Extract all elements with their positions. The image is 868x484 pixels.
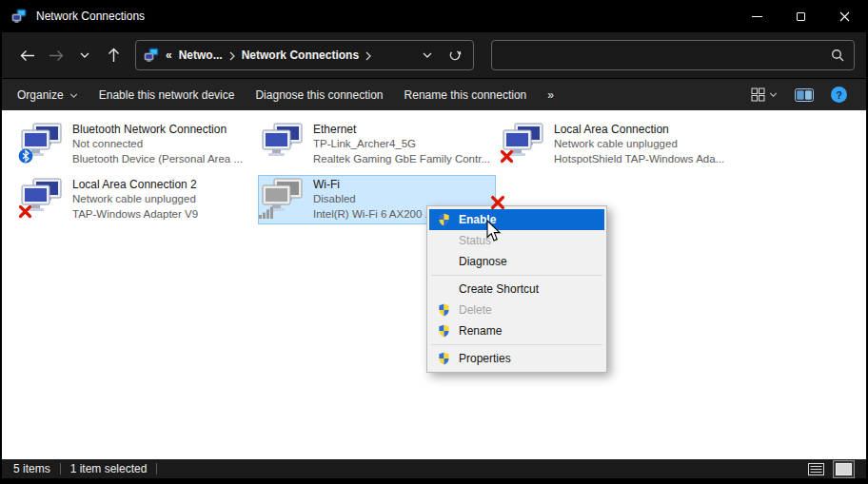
minimize-button[interactable] (735, 0, 779, 32)
red-x-icon (18, 204, 32, 219)
window-controls (735, 0, 866, 32)
connection-device: TAP-Windows Adapter V9 (72, 207, 198, 223)
connection-name: Local Area Connection 2 (72, 177, 198, 192)
chevron-down-icon (69, 93, 78, 98)
forward-icon (49, 49, 64, 62)
titlebar: Network Connections (2, 0, 866, 32)
diagnose-connection-button[interactable]: Diagnose this connection (255, 88, 383, 102)
forward-button[interactable] (42, 41, 70, 69)
refresh-icon (448, 48, 462, 62)
uac-shield-icon (436, 324, 451, 338)
network-adapter-icon (503, 123, 545, 163)
maximize-icon (797, 12, 805, 21)
menu-item-create-shortcut[interactable]: Create Shortcut (429, 279, 604, 300)
menu-item-properties[interactable]: Properties (429, 348, 604, 369)
window: Network Connections « Netwo... (0, 0, 868, 484)
close-icon (839, 11, 850, 22)
rename-connection-button[interactable]: Rename this connection (404, 88, 527, 102)
menu-item-status: Status (429, 230, 604, 251)
items-count: 5 items (13, 462, 50, 475)
enable-device-button[interactable]: Enable this network device (99, 88, 235, 102)
uac-shield-icon (436, 352, 451, 365)
search-input[interactable] (502, 48, 831, 62)
breadcrumb-root[interactable]: Netwo... (179, 48, 223, 62)
details-view-icon (808, 463, 824, 475)
connection-status: Disabled (313, 192, 434, 207)
connection-device: Bluetooth Device (Personal Area ... (72, 152, 243, 167)
up-icon (108, 48, 120, 63)
thumbnail-view-icon (836, 463, 852, 475)
breadcrumb-overflow[interactable]: « (166, 48, 172, 62)
location-icon (144, 48, 159, 63)
connection-item-local-area[interactable]: Local Area Connection Network cable unpl… (499, 120, 737, 169)
chevron-down-icon (423, 52, 432, 58)
connection-device: Intel(R) Wi-Fi 6 AX200 ... (313, 207, 434, 223)
refresh-button[interactable] (444, 44, 465, 67)
search-box (491, 40, 855, 70)
icons-view-button[interactable] (833, 460, 855, 478)
back-button[interactable] (13, 41, 42, 69)
network-adapter-icon (262, 123, 305, 163)
file-list-area: Bluetooth Network Connection Not connect… (2, 110, 866, 459)
view-grid-icon (751, 87, 765, 102)
organize-button[interactable]: Organize (17, 88, 78, 102)
menu-item-label: Delete (459, 303, 492, 317)
menu-item-rename[interactable]: Rename (429, 320, 604, 341)
up-button[interactable] (99, 41, 128, 69)
breadcrumb-current[interactable]: Network Connections (242, 48, 359, 62)
connection-name: Local Area Connection (554, 122, 724, 137)
preview-pane-icon (795, 88, 814, 102)
close-button[interactable] (822, 0, 866, 32)
address-dropdown-button[interactable] (417, 44, 438, 67)
connection-device: Realtek Gaming GbE Family Contr... (313, 152, 490, 167)
network-adapter-icon (21, 123, 64, 163)
back-icon (20, 49, 35, 62)
maximize-button[interactable] (779, 0, 822, 32)
uac-shield-icon (436, 303, 451, 317)
navigation-bar: « Netwo... Network Connections (2, 32, 866, 78)
status-divider (60, 463, 61, 474)
status-bar: 5 items 1 item selected (2, 459, 866, 478)
menu-item-label: Rename (459, 324, 502, 338)
change-view-button[interactable] (751, 87, 778, 102)
connection-item-local-area-2[interactable]: Local Area Connection 2 Network cable un… (17, 175, 255, 224)
selection-count: 1 item selected (70, 462, 148, 475)
connection-status: Network cable unplugged (554, 137, 724, 152)
recent-locations-button[interactable] (70, 41, 99, 69)
uac-shield-icon (436, 213, 451, 226)
connection-name: Ethernet (313, 122, 490, 137)
address-bar[interactable]: « Netwo... Network Connections (135, 40, 474, 70)
help-icon: ? (831, 87, 847, 103)
chevron-right-icon (365, 51, 371, 61)
context-menu: Enable Status Diagnose Create Shortcut D… (426, 205, 607, 373)
menu-item-label: Properties (459, 352, 511, 365)
chevron-down-icon (769, 92, 778, 97)
connection-status: TP-Link_Archer4_5G (313, 137, 490, 152)
command-toolbar: Organize Enable this network device Diag… (2, 78, 866, 110)
toolbar-more-button[interactable]: » (547, 88, 554, 102)
menu-item-enable[interactable]: Enable (429, 209, 604, 230)
help-button[interactable]: ? (831, 87, 847, 103)
organize-label: Organize (17, 88, 64, 102)
connection-status: Network cable unplugged (72, 192, 198, 207)
menu-separator (431, 344, 602, 345)
connection-name: Wi-Fi (313, 177, 434, 192)
search-icon (831, 48, 844, 62)
window-title: Network Connections (36, 10, 145, 23)
menu-item-label: Diagnose (459, 255, 507, 268)
preview-pane-button[interactable] (795, 88, 814, 102)
connection-item-bluetooth[interactable]: Bluetooth Network Connection Not connect… (17, 120, 255, 169)
connection-status: Not connected (72, 137, 243, 152)
menu-item-diagnose[interactable]: Diagnose (429, 251, 604, 272)
minimize-icon (752, 16, 762, 17)
details-view-button[interactable] (805, 460, 827, 478)
statusbar-view-toggles (805, 460, 855, 478)
connection-name: Bluetooth Network Connection (72, 122, 243, 137)
chevron-down-icon (80, 52, 89, 58)
wifi-signal-icon (259, 206, 274, 219)
status-divider (156, 463, 157, 474)
network-connections-app-icon (11, 9, 27, 24)
connection-item-ethernet[interactable]: Ethernet TP-Link_Archer4_5G Realtek Gami… (258, 120, 496, 169)
menu-item-label: Create Shortcut (459, 282, 539, 296)
red-x-icon (490, 195, 505, 210)
